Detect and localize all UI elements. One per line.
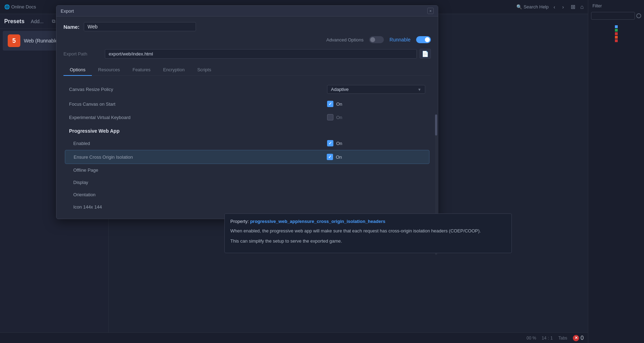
pwa-enabled-checkbox[interactable]: ✓: [327, 140, 333, 146]
docs-icon: 🌐: [4, 4, 10, 9]
dialog-title: Export: [61, 8, 74, 14]
export-path-row: Export Path 📄: [63, 49, 431, 59]
options-content: Canvas Resize Policy Adaptive ▼ Focus Ca…: [63, 81, 431, 213]
dropdown-chevron-icon: ▼: [418, 87, 421, 92]
tab-resources[interactable]: Resources: [92, 64, 126, 76]
filter-dot: [636, 13, 641, 18]
filter-input[interactable]: [591, 12, 635, 20]
ensure-cross-origin-label: Ensure Cross Origin Isolation: [74, 154, 327, 160]
ensure-cross-origin-on-label: On: [336, 154, 342, 160]
tabs-status: Tabs: [558, 336, 567, 341]
display-row: Display: [65, 176, 429, 189]
search-icon: 🔍: [516, 4, 522, 9]
export-dialog: Export × Name: Advanced Options Runnable…: [56, 5, 438, 219]
tab-encryption[interactable]: Encryption: [157, 64, 191, 76]
error-count: 0: [581, 335, 584, 341]
tooltip-text-2: This can simplify the setup to serve the…: [230, 238, 506, 245]
pwa-enabled-label: Enabled: [73, 141, 327, 146]
ensure-cross-origin-checkbox[interactable]: ✓: [327, 154, 333, 160]
checkmark-icon-2: ✓: [328, 141, 332, 146]
dialog-titlebar: Export ×: [56, 6, 438, 17]
tab-options[interactable]: Options: [63, 64, 92, 76]
orientation-label: Orientation: [73, 192, 425, 197]
focus-canvas-checkbox-group: ✓ On: [327, 101, 425, 107]
tooltip-property-label: Property:: [230, 219, 249, 224]
html5-icon: 5: [8, 34, 20, 47]
focus-canvas-checkbox[interactable]: ✓: [327, 101, 333, 107]
indicator-2: [615, 29, 618, 32]
layout-button[interactable]: ⊞: [569, 3, 577, 11]
right-panel: Filter: [588, 0, 644, 343]
error-circle-icon: ✕: [573, 335, 579, 341]
canvas-resize-policy-value: Adaptive: [331, 87, 349, 92]
export-path-label: Export Path: [63, 51, 102, 57]
advanced-options-label: Advanced Options: [326, 37, 364, 42]
dialog-body: Name: Advanced Options Runnable Export P…: [56, 17, 438, 219]
error-badge: ✕ 0: [573, 335, 584, 341]
search-help-button[interactable]: 🔍 Search Help: [516, 4, 549, 9]
icon-row: Icon 144x 144: [65, 201, 429, 213]
online-docs-link[interactable]: 🌐 Online Docs: [4, 4, 36, 9]
export-path-input[interactable]: [105, 49, 417, 59]
zoom-status: 00 %: [527, 336, 536, 341]
tooltip-property-value: progressive_web_app/ensure_cross_origin_…: [250, 219, 385, 224]
experimental-virtual-keyboard-row: Experimental Virtual Keyboard On: [65, 111, 429, 124]
name-row: Name:: [63, 22, 431, 31]
tab-scripts[interactable]: Scripts: [191, 64, 218, 76]
runnable-toggle[interactable]: [416, 36, 431, 43]
focus-canvas-on-label: On: [336, 101, 342, 107]
focus-canvas-on-start-row: Focus Canvas on Start ✓ On: [65, 97, 429, 111]
checkmark-icon: ✓: [328, 101, 332, 106]
tooltip-box: Property: progressive_web_app/ensure_cro…: [224, 213, 512, 253]
advanced-options-row: Advanced Options Runnable: [63, 36, 431, 43]
display-label: Display: [73, 180, 425, 185]
filter-label: Filter: [590, 3, 643, 9]
indicator-1: [615, 25, 618, 28]
add-preset-button[interactable]: Add...: [29, 18, 46, 25]
experimental-virtual-keyboard-group: On: [327, 114, 425, 120]
offline-page-row: Offline Page: [65, 164, 429, 176]
pwa-section-header: Progressive Web App: [65, 124, 429, 137]
focus-canvas-on-start-label: Focus Canvas on Start: [69, 101, 327, 107]
pwa-enabled-checkbox-group: ✓ On: [327, 140, 425, 146]
browse-file-button[interactable]: 📄: [420, 49, 431, 59]
checkmark-icon-3: ✓: [328, 154, 332, 159]
rss-icon: ⌂: [580, 4, 584, 10]
position-status: 14 : 1: [542, 336, 553, 341]
scrollbar-thumb[interactable]: [435, 114, 437, 136]
pwa-enabled-on-label: On: [336, 141, 342, 146]
canvas-resize-policy-dropdown[interactable]: Adaptive ▼: [327, 85, 425, 94]
name-field-label: Name:: [63, 24, 80, 30]
canvas-resize-policy-row: Canvas Resize Policy Adaptive ▼: [65, 81, 429, 97]
preset-label: Web (Runnable): [24, 38, 60, 44]
ensure-cross-origin-row: Ensure Cross Origin Isolation ✓ On: [65, 150, 429, 164]
offline-page-label: Offline Page: [73, 167, 425, 173]
advanced-options-toggle[interactable]: [369, 36, 384, 43]
tooltip-property: Property: progressive_web_app/ensure_cro…: [230, 219, 506, 224]
indicator-3: [615, 32, 618, 35]
tab-features[interactable]: Features: [126, 64, 157, 76]
pwa-enabled-row: Enabled ✓ On: [65, 137, 429, 150]
experimental-virtual-keyboard-checkbox[interactable]: [327, 114, 333, 120]
canvas-resize-policy-label: Canvas Resize Policy: [69, 87, 327, 92]
prev-button[interactable]: ‹: [551, 4, 557, 11]
tooltip-text-1: When enabled, the progressive web app wi…: [230, 227, 506, 235]
dialog-close-button[interactable]: ×: [427, 8, 434, 14]
ensure-cross-origin-checkbox-group: ✓ On: [327, 154, 425, 160]
indicator-5: [615, 39, 618, 42]
next-button[interactable]: ›: [560, 4, 566, 11]
indicator-4: [615, 36, 618, 39]
orientation-row: Orientation: [65, 189, 429, 201]
icon-label: Icon 144x 144: [73, 204, 425, 210]
experimental-virtual-keyboard-label: Experimental Virtual Keyboard: [69, 115, 327, 120]
tabs-row: Options Resources Features Encryption Sc…: [63, 64, 431, 76]
presets-label: Presets: [4, 18, 25, 25]
name-field-input[interactable]: [84, 22, 196, 31]
runnable-label: Runnable: [389, 37, 411, 42]
status-bar: 00 % 14 : 1 Tabs ✕ 0: [0, 332, 588, 343]
experimental-virtual-keyboard-on-label: On: [336, 115, 342, 120]
